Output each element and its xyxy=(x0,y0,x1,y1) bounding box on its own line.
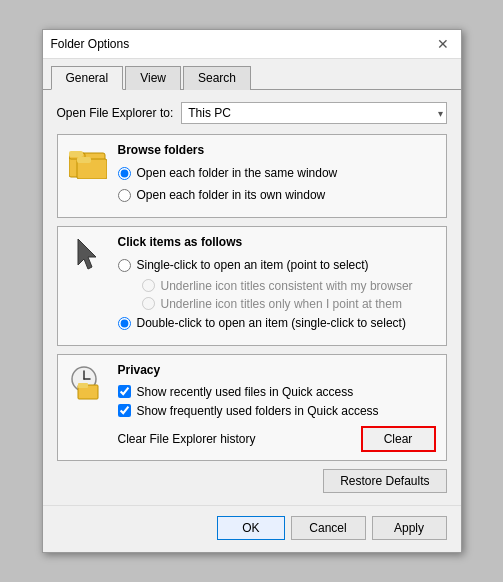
click-items-group: Click items as follows Single-click to o… xyxy=(57,226,447,346)
open-explorer-select-wrapper: This PC Quick access ▾ xyxy=(181,102,446,124)
browse-same-window-radio[interactable] xyxy=(118,167,131,180)
tab-bar: General View Search xyxy=(43,59,461,90)
folder-options-dialog: Folder Options ✕ General View Search Ope… xyxy=(42,29,462,552)
svg-marker-5 xyxy=(78,239,96,269)
tab-general[interactable]: General xyxy=(51,66,124,90)
svg-rect-2 xyxy=(69,151,83,157)
cancel-button[interactable]: Cancel xyxy=(291,516,366,540)
browse-own-window-row: Open each folder in its own window xyxy=(118,187,436,204)
folder-icon xyxy=(69,147,107,179)
underline-point-radio[interactable] xyxy=(142,297,155,310)
single-click-radio[interactable] xyxy=(118,259,131,272)
click-items-icon xyxy=(68,235,108,275)
frequent-folders-row: Show frequently used folders in Quick ac… xyxy=(118,404,436,418)
open-explorer-select[interactable]: This PC Quick access xyxy=(181,102,446,124)
clear-button[interactable]: Clear xyxy=(361,426,436,452)
privacy-icon xyxy=(68,363,108,403)
browse-same-window-label: Open each folder in the same window xyxy=(137,165,338,182)
ok-button[interactable]: OK xyxy=(217,516,284,540)
dialog-title: Folder Options xyxy=(51,37,130,51)
clear-history-label: Clear File Explorer history xyxy=(118,432,256,446)
underline-point-label: Underline icon titles only when I point … xyxy=(161,297,402,311)
double-click-label: Double-click to open an item (single-cli… xyxy=(137,315,406,332)
underline-browser-radio[interactable] xyxy=(142,279,155,292)
underline-browser-row: Underline icon titles consistent with my… xyxy=(142,279,436,293)
svg-rect-10 xyxy=(78,383,88,388)
apply-button[interactable]: Apply xyxy=(372,516,447,540)
browse-own-window-label: Open each folder in its own window xyxy=(137,187,326,204)
cursor-icon xyxy=(72,237,104,273)
browse-folders-group: Browse folders Open each folder in the s… xyxy=(57,134,447,218)
close-button[interactable]: ✕ xyxy=(433,36,453,52)
browse-folders-content: Browse folders Open each folder in the s… xyxy=(68,143,436,209)
browse-folders-title: Browse folders xyxy=(118,143,436,157)
single-click-label: Single-click to open an item (point to s… xyxy=(137,257,369,274)
underline-point-row: Underline icon titles only when I point … xyxy=(142,297,436,311)
browse-folders-icon xyxy=(68,143,108,183)
tab-content-general: Open File Explorer to: This PC Quick acc… xyxy=(43,90,461,504)
privacy-options: Privacy Show recently used files in Quic… xyxy=(118,363,436,452)
privacy-title: Privacy xyxy=(118,363,436,377)
browse-folders-options: Browse folders Open each folder in the s… xyxy=(118,143,436,209)
browse-own-window-radio[interactable] xyxy=(118,189,131,202)
privacy-clock-icon xyxy=(70,365,106,401)
browse-same-window-row: Open each folder in the same window xyxy=(118,165,436,182)
restore-defaults-button[interactable]: Restore Defaults xyxy=(323,469,446,493)
clear-history-row: Clear File Explorer history Clear xyxy=(118,426,436,452)
click-items-title: Click items as follows xyxy=(118,235,436,249)
click-items-content: Click items as follows Single-click to o… xyxy=(68,235,436,337)
frequent-folders-label: Show frequently used folders in Quick ac… xyxy=(137,404,379,418)
open-explorer-label: Open File Explorer to: xyxy=(57,106,174,120)
svg-rect-4 xyxy=(77,157,91,163)
bottom-buttons: OK Cancel Apply xyxy=(43,505,461,552)
tab-view[interactable]: View xyxy=(125,66,181,90)
recent-files-row: Show recently used files in Quick access xyxy=(118,385,436,399)
click-items-options: Click items as follows Single-click to o… xyxy=(118,235,436,337)
privacy-group: Privacy Show recently used files in Quic… xyxy=(57,354,447,461)
double-click-radio[interactable] xyxy=(118,317,131,330)
open-explorer-row: Open File Explorer to: This PC Quick acc… xyxy=(57,102,447,124)
title-bar: Folder Options ✕ xyxy=(43,30,461,59)
recent-files-checkbox[interactable] xyxy=(118,385,131,398)
privacy-content: Privacy Show recently used files in Quic… xyxy=(68,363,436,452)
recent-files-label: Show recently used files in Quick access xyxy=(137,385,354,399)
underline-browser-label: Underline icon titles consistent with my… xyxy=(161,279,413,293)
tab-search[interactable]: Search xyxy=(183,66,251,90)
frequent-folders-checkbox[interactable] xyxy=(118,404,131,417)
single-click-row: Single-click to open an item (point to s… xyxy=(118,257,436,274)
double-click-row: Double-click to open an item (single-cli… xyxy=(118,315,436,332)
